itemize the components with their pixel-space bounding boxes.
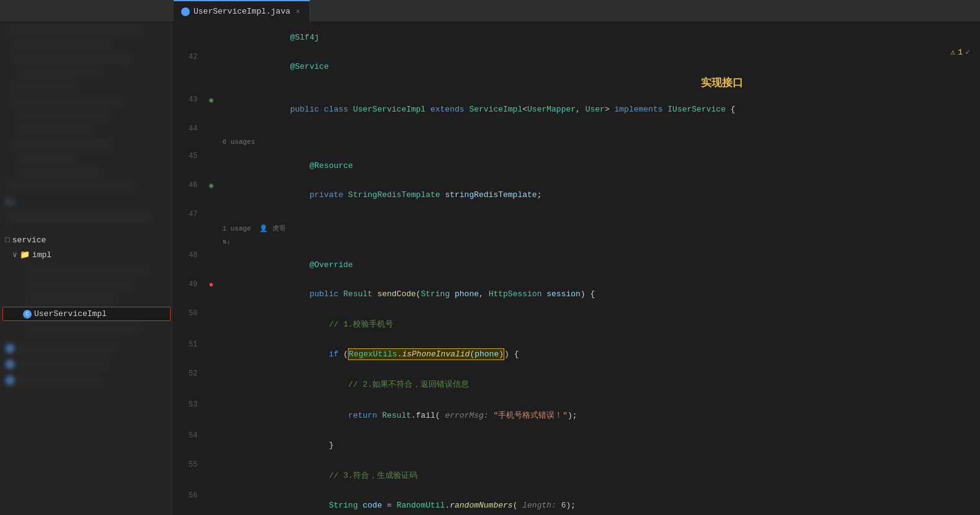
table-row: 47	[174, 209, 980, 222]
folder-icon: □	[5, 235, 10, 245]
tab-bar: UserServiceImpl.java ×	[0, 0, 980, 22]
folder-icon-impl: 📁	[20, 250, 30, 260]
table-row: 42 @Service	[174, 51, 980, 81]
line-gutter	[205, 250, 218, 279]
line-gutter	[205, 209, 218, 222]
line-content: @Override	[218, 250, 980, 279]
table-row: 51 if (RegexUtils.isPhoneInvalid(phone))…	[174, 339, 980, 368]
file-tab[interactable]: UserServiceImpl.java ×	[174, 0, 310, 22]
line-gutter	[205, 22, 218, 51]
line-gutter	[205, 339, 218, 368]
line-content: @Slf4j	[218, 22, 980, 51]
sidebar: Is □ service ∨ 📁 impl C UserServiceImpl	[0, 22, 174, 515]
line-gutter	[205, 368, 218, 399]
line-gutter	[205, 308, 218, 339]
tab-close-button[interactable]: ×	[294, 7, 302, 16]
line-number	[174, 222, 205, 236]
table-row: 55 // 3.符合，生成验证码	[174, 459, 980, 490]
line-number: 44	[174, 123, 205, 137]
line-content: // 1.校验手机号	[218, 308, 980, 339]
line-number: 47	[174, 209, 205, 222]
line-number: 52	[174, 368, 205, 399]
chevron-down-icon: ∨	[12, 250, 17, 260]
service-folder[interactable]: □ service	[0, 233, 173, 247]
line-gutter	[205, 151, 218, 180]
table-row: 45 @Resource	[174, 151, 980, 180]
hint-sort: ⇅↓	[218, 236, 980, 250]
line-gutter	[205, 236, 218, 250]
table-row: 48 @Override	[174, 250, 980, 279]
code-table: @Slf4j 42 @Service 实现接口	[174, 22, 980, 515]
table-row: 43 ◉ public class UserServiceImpl extend…	[174, 94, 980, 123]
line-content	[218, 123, 980, 137]
line-number: 42	[174, 51, 205, 81]
line-gutter: ●	[205, 279, 218, 308]
usage-hint-row-2: 1 usage 👤 虎哥	[174, 222, 980, 236]
line-number	[174, 236, 205, 250]
line-content: if (RegexUtils.isPhoneInvalid(phone)) {	[218, 339, 980, 368]
line-number: 46	[174, 180, 205, 209]
line-content: String code = RandomUtil.randomNumbers( …	[218, 490, 980, 515]
line-number: 53	[174, 399, 205, 430]
line-content: public class UserServiceImpl extends Ser…	[218, 94, 980, 123]
service-folder-label: service	[12, 235, 47, 245]
line-gutter: ◉	[205, 180, 218, 209]
line-content: @Service	[218, 51, 980, 81]
file-type-icon: C	[23, 310, 32, 319]
line-number: 51	[174, 339, 205, 368]
table-row: 49 ● public Result sendCode(String phone…	[174, 279, 980, 308]
hint-content-2: 1 usage 👤 虎哥	[218, 222, 980, 236]
table-row: @Slf4j	[174, 22, 980, 51]
impl-folder-label: impl	[32, 250, 51, 260]
line-gutter	[205, 430, 218, 459]
line-content: @Resource	[218, 151, 980, 180]
line-number: 49	[174, 279, 205, 308]
usage-hint-row: 6 usages	[174, 137, 980, 151]
line-gutter	[205, 123, 218, 137]
line-number: 55	[174, 459, 205, 490]
line-content: private StringRedisTemplate stringRedisT…	[218, 180, 980, 209]
table-row: 44	[174, 123, 980, 137]
editor-area: ⚠ 1 ✓ @Slf4j 42	[174, 22, 980, 515]
gutter-circle-icon-2: ◉	[209, 182, 213, 190]
line-gutter	[205, 222, 218, 236]
hint-content: 6 usages	[218, 137, 980, 151]
line-number: 54	[174, 430, 205, 459]
table-row: 50 // 1.校验手机号	[174, 308, 980, 339]
line-gutter	[205, 459, 218, 490]
line-number: 50	[174, 308, 205, 339]
line-gutter	[205, 399, 218, 430]
impl-folder[interactable]: ∨ 📁 impl	[0, 247, 173, 262]
line-number	[174, 22, 205, 51]
java-file-icon	[181, 7, 190, 16]
line-gutter	[205, 490, 218, 515]
line-content: }	[218, 430, 980, 459]
line-number: 45	[174, 151, 205, 180]
line-content: // 3.符合，生成验证码	[218, 459, 980, 490]
line-content: public Result sendCode(String phone, Htt…	[218, 279, 980, 308]
line-content: return Result.fail( errorMsg: "手机号格式错误！"…	[218, 399, 980, 430]
table-row: 52 // 2.如果不符合，返回错误信息	[174, 368, 980, 399]
line-content: // 2.如果不符合，返回错误信息	[218, 368, 980, 399]
line-number: 48	[174, 250, 205, 279]
code-editor[interactable]: @Slf4j 42 @Service 实现接口	[174, 22, 980, 515]
gutter-circle-icon: ◉	[209, 96, 213, 105]
main-layout: Is □ service ∨ 📁 impl C UserServiceImpl	[0, 22, 980, 515]
line-content	[218, 209, 980, 222]
tab-label: UserServiceImpl.java	[194, 7, 290, 16]
line-gutter	[205, 51, 218, 81]
gutter-red-circle-icon: ●	[209, 280, 214, 289]
table-row: 54 }	[174, 430, 980, 459]
line-number	[174, 137, 205, 151]
table-row: 56 String code = RandomUtil.randomNumber…	[174, 490, 980, 515]
selected-file-label: UserServiceImpl	[34, 309, 107, 319]
table-row: 46 ◉ private StringRedisTemplate stringR…	[174, 180, 980, 209]
line-gutter	[205, 137, 218, 151]
line-number: 56	[174, 490, 205, 515]
line-number: 43	[174, 94, 205, 123]
sort-hint-row: ⇅↓	[174, 236, 980, 250]
selected-file-item[interactable]: C UserServiceImpl	[2, 307, 171, 321]
annotation-row: 实现接口	[174, 81, 980, 94]
line-gutter: ◉	[205, 94, 218, 123]
table-row: 53 return Result.fail( errorMsg: "手机号格式错…	[174, 399, 980, 430]
